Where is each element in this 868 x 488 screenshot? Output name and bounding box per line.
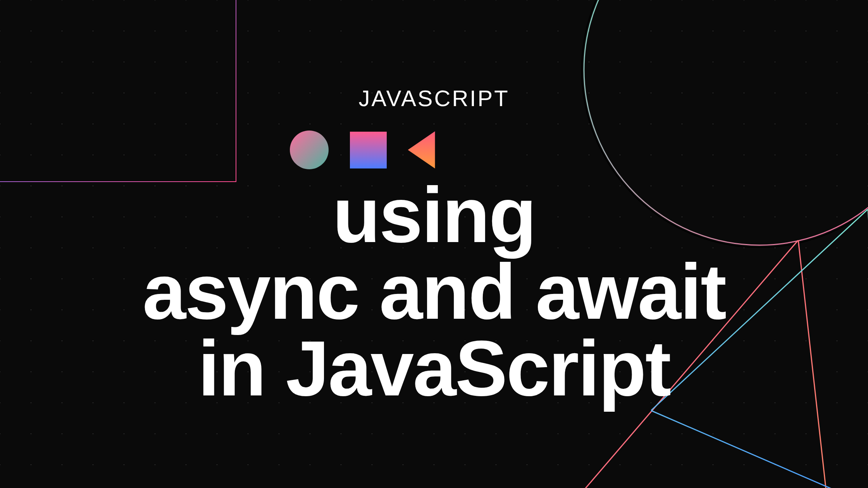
triangle-icon	[408, 131, 435, 168]
title-line-2: async and await	[0, 254, 868, 330]
circle-icon	[290, 131, 329, 169]
decorative-shapes-row	[0, 131, 868, 169]
hero-content: JAVASCRIPT using async and await in Java…	[0, 85, 868, 407]
title-line-3: in JavaScript	[0, 330, 868, 407]
square-icon	[350, 132, 387, 168]
title-line-1: using	[0, 177, 868, 254]
hero-title: using async and await in JavaScript	[0, 177, 868, 407]
category-label: JAVASCRIPT	[0, 85, 868, 111]
